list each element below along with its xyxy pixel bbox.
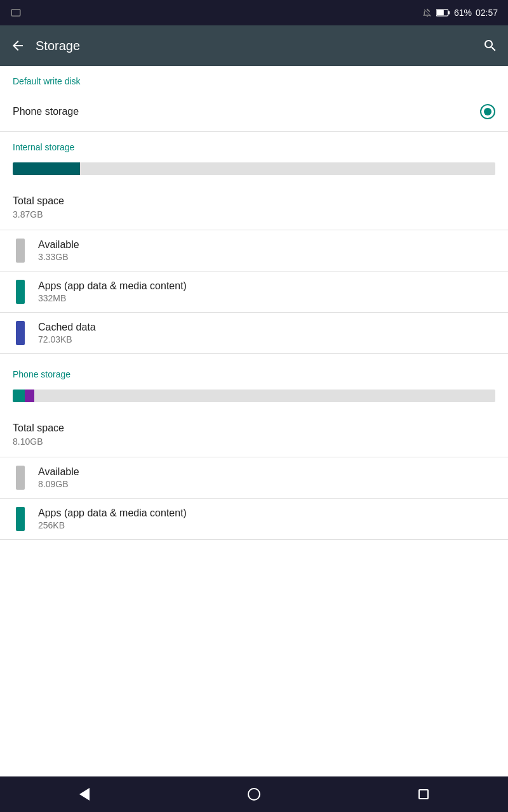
svg-rect-2 bbox=[448, 11, 450, 14]
phone-storage-section-header: Phone storage bbox=[0, 359, 508, 384]
internal-total-value: 3.87GB bbox=[13, 209, 495, 219]
internal-storage-bar-container bbox=[13, 162, 495, 175]
internal-available-item[interactable]: Available 3.33GB bbox=[0, 230, 508, 272]
internal-cached-label: Cached data bbox=[38, 322, 495, 333]
phone-available-item[interactable]: Available 8.09GB bbox=[0, 457, 508, 499]
notification-blocked-icon bbox=[422, 8, 432, 18]
internal-available-icon bbox=[13, 243, 28, 258]
status-icons: 61% 02:57 bbox=[422, 8, 498, 18]
phone-storage-seg2 bbox=[25, 390, 34, 402]
internal-storage-used bbox=[13, 162, 80, 175]
nav-home-icon bbox=[248, 788, 260, 801]
battery-percent: 61% bbox=[454, 8, 472, 18]
internal-apps-label: Apps (app data & media content) bbox=[38, 280, 495, 292]
phone-storage-text: Phone storage bbox=[13, 106, 470, 117]
phone-available-icon bbox=[13, 470, 28, 485]
nav-bar bbox=[0, 776, 508, 812]
phone-available-text: Available 8.09GB bbox=[38, 466, 495, 489]
phone-apps-value: 256KB bbox=[38, 520, 495, 530]
phone-apps-item[interactable]: Apps (app data & media content) 256KB bbox=[0, 499, 508, 540]
radio-inner bbox=[484, 108, 491, 115]
svg-rect-3 bbox=[437, 10, 444, 15]
default-write-disk-header: Default write disk bbox=[0, 66, 508, 91]
phone-storage-option[interactable]: Phone storage bbox=[0, 91, 508, 132]
internal-cached-text: Cached data 72.03KB bbox=[38, 322, 495, 344]
nav-recent-icon bbox=[418, 789, 429, 799]
phone-apps-icon bbox=[13, 511, 28, 527]
search-button[interactable] bbox=[483, 38, 498, 53]
phone-storage-radio[interactable] bbox=[480, 104, 495, 119]
phone-storage-label: Phone storage bbox=[13, 106, 470, 117]
internal-total-label: Total space bbox=[13, 195, 495, 207]
phone-storage-bar-container bbox=[13, 390, 495, 402]
battery-icon bbox=[436, 8, 450, 18]
internal-apps-icon bbox=[13, 284, 28, 299]
internal-apps-text: Apps (app data & media content) 332MB bbox=[38, 280, 495, 303]
internal-storage-bar bbox=[13, 162, 495, 175]
internal-cached-value: 72.03KB bbox=[38, 334, 495, 344]
app-bar: Storage bbox=[0, 25, 508, 66]
phone-storage-seg1 bbox=[13, 390, 25, 402]
status-bar: 61% 02:57 bbox=[0, 0, 508, 25]
internal-available-value: 3.33GB bbox=[38, 252, 495, 262]
notification-icon bbox=[10, 7, 22, 18]
internal-cached-item[interactable]: Cached data 72.03KB bbox=[0, 313, 508, 354]
internal-storage-header: Internal storage bbox=[0, 132, 508, 157]
nav-back-button[interactable] bbox=[65, 782, 104, 807]
phone-total-label: Total space bbox=[13, 422, 495, 434]
phone-total-value: 8.10GB bbox=[13, 436, 495, 447]
status-bar-left bbox=[10, 7, 417, 18]
nav-recent-button[interactable] bbox=[404, 782, 443, 807]
phone-total-space: Total space 8.10GB bbox=[0, 412, 508, 457]
svg-rect-0 bbox=[11, 10, 20, 16]
nav-home-button[interactable] bbox=[235, 782, 273, 807]
internal-total-space: Total space 3.87GB bbox=[0, 185, 508, 230]
phone-available-label: Available bbox=[38, 466, 495, 478]
phone-available-value: 8.09GB bbox=[38, 479, 495, 489]
time-display: 02:57 bbox=[476, 8, 498, 18]
internal-available-text: Available 3.33GB bbox=[38, 239, 495, 262]
phone-storage-bar bbox=[13, 390, 495, 402]
phone-apps-text: Apps (app data & media content) 256KB bbox=[38, 508, 495, 530]
internal-apps-item[interactable]: Apps (app data & media content) 332MB bbox=[0, 272, 508, 313]
internal-apps-value: 332MB bbox=[38, 293, 495, 303]
radio-outer bbox=[480, 104, 495, 119]
back-button[interactable] bbox=[10, 38, 25, 53]
nav-back-icon bbox=[79, 788, 90, 801]
internal-cached-icon bbox=[13, 325, 28, 341]
phone-apps-label: Apps (app data & media content) bbox=[38, 508, 495, 519]
content-area: Default write disk Phone storage Interna… bbox=[0, 66, 508, 776]
internal-available-label: Available bbox=[38, 239, 495, 251]
page-title: Storage bbox=[36, 39, 483, 53]
